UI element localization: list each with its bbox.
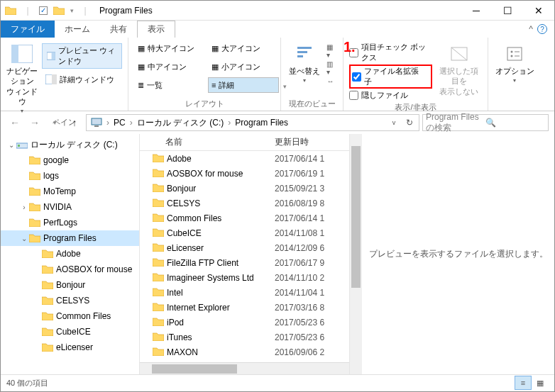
column-name[interactable]: 名前 bbox=[140, 136, 275, 148]
file-date: 2017/06/19 1 bbox=[275, 169, 339, 179]
column-date[interactable]: 更新日時 bbox=[275, 136, 339, 148]
file-name: Adobe bbox=[167, 154, 192, 164]
folder-icon bbox=[42, 327, 53, 337]
sort-button[interactable]: 並べ替え ▾ bbox=[287, 40, 322, 85]
tree-item[interactable]: CELSYS bbox=[1, 293, 139, 308]
forward-button[interactable]: → bbox=[26, 114, 43, 131]
tree-item[interactable]: Common Files bbox=[1, 308, 139, 324]
folder-icon bbox=[29, 202, 40, 212]
search-input[interactable]: Program Filesの検索 🔍 bbox=[422, 114, 549, 131]
hidden-files-checkbox[interactable]: 隠しファイル bbox=[349, 90, 432, 101]
filename-extensions-checkbox[interactable]: ファイル名拡張子 bbox=[349, 65, 432, 89]
layout-gallery[interactable]: ▦特大アイコン ▦大アイコン ▦中アイコン ▦小アイコン ≣一覧 ≡詳細 bbox=[134, 40, 279, 94]
history-dropdown[interactable]: ▾ bbox=[46, 114, 63, 131]
folder-icon bbox=[42, 342, 53, 352]
preview-pane: プレビューを表示するファイルを選択します。 bbox=[362, 134, 554, 374]
details-pane-button[interactable]: 詳細ウィンドウ bbox=[42, 72, 122, 87]
group-dropdown[interactable]: ▦ ▾ bbox=[326, 43, 337, 59]
horizontal-scrollbar[interactable] bbox=[140, 362, 349, 374]
list-item[interactable]: CELSYS2016/08/19 8 bbox=[140, 196, 349, 211]
folder-icon bbox=[153, 198, 164, 209]
options-button[interactable]: オプション ▾ bbox=[494, 40, 535, 85]
tree-item[interactable]: eLicenser bbox=[1, 340, 139, 355]
folder-icon bbox=[42, 264, 53, 274]
explorer-window: | ✓ ▾ | Program Files ─ ☐ ✕ ファイル ホーム 共有 … bbox=[0, 0, 555, 392]
icons-view-button[interactable]: ▦ bbox=[532, 376, 549, 390]
file-name: CELSYS bbox=[167, 198, 200, 208]
tree-item[interactable]: google bbox=[1, 152, 139, 168]
expander-icon[interactable]: ⌄ bbox=[19, 235, 29, 242]
nav-tree[interactable]: ⌄ローカル ディスク (C:)googlelogsMoTemp›NVIDIAPe… bbox=[1, 134, 140, 374]
help-button[interactable]: ? bbox=[537, 24, 547, 34]
svg-rect-6 bbox=[297, 47, 312, 49]
list-item[interactable]: MAXON2016/09/06 2 bbox=[140, 345, 349, 359]
folder-icon bbox=[153, 213, 164, 224]
medium-icon: ▦ bbox=[138, 62, 145, 72]
breadcrumb-drive[interactable]: ローカル ディスク (C:) bbox=[134, 115, 227, 130]
tree-item[interactable]: Bonjour bbox=[1, 277, 139, 293]
tree-item[interactable]: logs bbox=[1, 168, 139, 184]
file-list[interactable]: 名前 更新日時 Adobe2017/06/14 1AOSBOX for mous… bbox=[140, 134, 350, 374]
tree-item[interactable]: ⌄ローカル ディスク (C:) bbox=[1, 137, 139, 152]
tree-item[interactable]: MoTemp bbox=[1, 184, 139, 199]
item-checkboxes-checkbox[interactable]: 項目チェック ボックス bbox=[349, 42, 432, 63]
back-button[interactable]: ← bbox=[6, 114, 23, 131]
hide-selected-button[interactable]: 選択した項目を 表示しない bbox=[436, 40, 483, 96]
expander-icon[interactable]: ⌄ bbox=[6, 141, 16, 149]
close-button[interactable]: ✕ bbox=[523, 1, 554, 21]
tree-item[interactable]: PerfLogs bbox=[1, 215, 139, 230]
tree-item[interactable]: AOSBOX for mouse bbox=[1, 262, 139, 277]
address-bar[interactable]: › PC › ローカル ディスク (C:) › Program Files v … bbox=[86, 114, 419, 131]
folder-qat-icon[interactable] bbox=[53, 5, 65, 16]
list-item[interactable]: iTunes2017/05/23 6 bbox=[140, 330, 349, 345]
home-tab[interactable]: ホーム bbox=[55, 21, 100, 38]
checkbox-icon[interactable]: ✓ bbox=[39, 6, 48, 15]
qat-dropdown[interactable]: ▾ bbox=[70, 7, 74, 14]
tree-item-label: Adobe bbox=[56, 249, 81, 259]
view-tab[interactable]: 表示 bbox=[137, 21, 175, 38]
details-icon: ≡ bbox=[211, 81, 216, 89]
file-tab[interactable]: ファイル bbox=[1, 21, 55, 38]
list-icon: ≣ bbox=[138, 81, 144, 90]
details-view-button[interactable]: ≡ bbox=[515, 376, 532, 390]
cols-dropdown[interactable]: ▥ ▾ bbox=[326, 60, 337, 76]
maximize-button[interactable]: ☐ bbox=[492, 1, 523, 21]
tree-item[interactable]: ›NVIDIA bbox=[1, 199, 139, 215]
file-name: eLicenser bbox=[167, 243, 204, 253]
small-icon: ▦ bbox=[211, 62, 219, 72]
svg-point-14 bbox=[511, 55, 513, 57]
svg-rect-1 bbox=[11, 45, 18, 63]
list-item[interactable]: Bonjour2015/09/21 3 bbox=[140, 181, 349, 196]
list-item[interactable]: Adobe2017/06/14 1 bbox=[140, 151, 349, 166]
navigation-pane-button[interactable]: ナビゲーション ウィンドウ ▾ bbox=[6, 40, 38, 116]
list-item[interactable]: iPod2017/05/23 6 bbox=[140, 315, 349, 330]
preview-pane-button[interactable]: プレビュー ウィンドウ bbox=[42, 43, 122, 69]
up-button[interactable]: ↑ bbox=[66, 114, 83, 131]
collapse-ribbon-button[interactable]: ^ bbox=[529, 24, 533, 34]
list-item[interactable]: CubeICE2014/11/08 1 bbox=[140, 225, 349, 240]
tree-item[interactable]: CubeICE bbox=[1, 324, 139, 340]
refresh-button[interactable]: ↻ bbox=[402, 115, 417, 130]
list-item[interactable]: eLicenser2014/12/09 6 bbox=[140, 240, 349, 255]
tree-item[interactable]: ⌄Program Files bbox=[1, 230, 139, 246]
item-count: 40 個の項目 bbox=[6, 378, 48, 388]
list-item[interactable]: Imagineer Systems Ltd2014/11/10 2 bbox=[140, 270, 349, 285]
expander-icon[interactable]: › bbox=[19, 203, 29, 211]
breadcrumb-folder[interactable]: Program Files bbox=[232, 115, 291, 130]
list-item[interactable]: Internet Explorer2017/03/16 8 bbox=[140, 300, 349, 315]
tree-item-label: Bonjour bbox=[56, 280, 85, 290]
vertical-scrollbar[interactable] bbox=[350, 134, 362, 374]
list-item[interactable]: FileZilla FTP Client2017/06/17 9 bbox=[140, 255, 349, 270]
file-date: 2014/12/09 6 bbox=[275, 243, 339, 253]
file-name: Bonjour bbox=[167, 184, 196, 194]
address-dropdown[interactable]: v bbox=[386, 115, 402, 130]
list-item[interactable]: AOSBOX for mouse2017/06/19 1 bbox=[140, 166, 349, 181]
share-tab[interactable]: 共有 bbox=[100, 21, 137, 38]
sizecols[interactable]: ↔ bbox=[326, 77, 337, 85]
list-item[interactable]: Common Files2017/06/14 1 bbox=[140, 211, 349, 225]
tree-item-label: PerfLogs bbox=[43, 218, 77, 228]
minimize-button[interactable]: ─ bbox=[461, 1, 492, 21]
list-item[interactable]: Intel2014/11/04 1 bbox=[140, 285, 349, 300]
breadcrumb-pc[interactable]: PC bbox=[111, 115, 128, 130]
tree-item[interactable]: Adobe bbox=[1, 246, 139, 262]
